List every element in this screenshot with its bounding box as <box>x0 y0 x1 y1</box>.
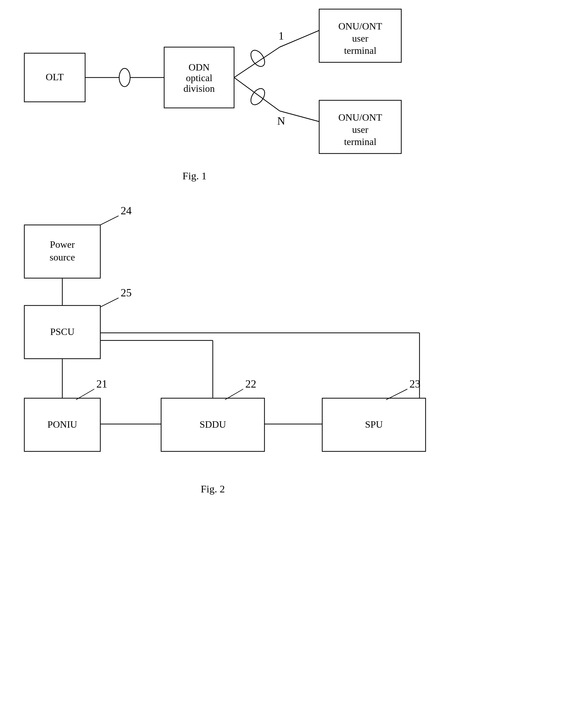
fig2-title: Fig. 2 <box>201 483 225 495</box>
power-source-label2: source <box>50 252 75 263</box>
label-21: 21 <box>96 378 107 390</box>
label24-line <box>100 216 119 225</box>
connector1-icon <box>119 68 130 87</box>
line-upper-onu1 <box>280 30 319 47</box>
label-N: N <box>277 115 285 127</box>
olt-label: OLT <box>46 71 64 83</box>
pscu-label: PSCU <box>50 326 74 337</box>
fig1-title: Fig. 1 <box>182 170 206 182</box>
connector3-icon <box>248 86 267 107</box>
onu2-label2: user <box>352 124 369 135</box>
onu2-label1: ONU/ONT <box>338 112 382 123</box>
onu2-label3: terminal <box>344 136 377 147</box>
label-23: 23 <box>409 378 420 390</box>
odn-label1: ODN <box>188 62 209 73</box>
onu1-label2: user <box>352 33 369 44</box>
label-24: 24 <box>121 205 132 217</box>
label-1: 1 <box>278 30 284 42</box>
spu-label: SPU <box>365 419 383 430</box>
power-source-label1: Power <box>50 239 75 250</box>
svg-canvas: OLT ODN optical division 1 ONU/ONT user … <box>0 0 587 728</box>
onu1-label1: ONU/ONT <box>338 21 382 31</box>
splitter-lower <box>234 77 280 111</box>
diagram-container: OLT ODN optical division 1 ONU/ONT user … <box>0 0 587 728</box>
odn-label2: optical <box>186 72 212 83</box>
odn-label3: division <box>183 83 215 94</box>
splitter-upper <box>234 47 280 77</box>
onu1-label3: terminal <box>344 45 377 56</box>
poniu-label: PONIU <box>47 419 77 430</box>
sddu-label: SDDU <box>199 419 226 430</box>
line-lower-onu2 <box>280 111 319 122</box>
label25-line <box>100 298 119 307</box>
label-25: 25 <box>121 287 132 299</box>
label-22: 22 <box>245 378 256 390</box>
